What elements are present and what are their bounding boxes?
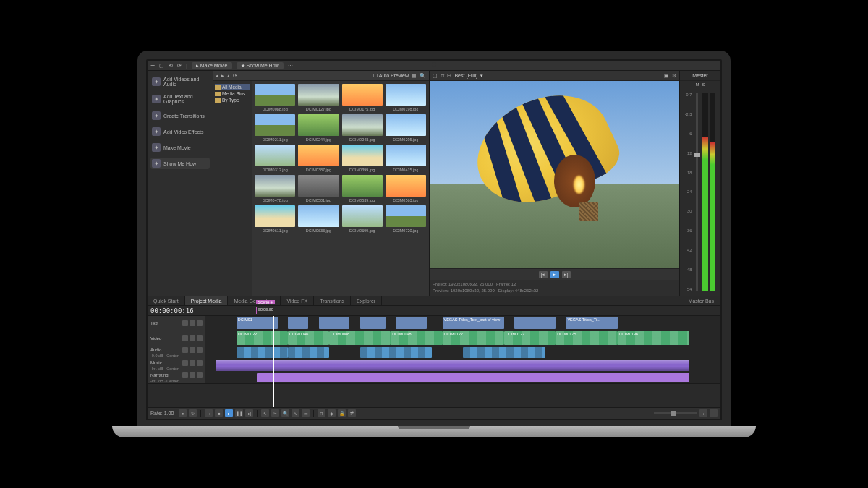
- workspace-tab[interactable]: Quick Start: [148, 296, 185, 305]
- timeline-clip[interactable]: DCIM0127: [504, 331, 556, 345]
- media-thumbnail[interactable]: DCIM0501.jpg: [298, 175, 339, 202]
- timeline-clip[interactable]: [257, 373, 689, 382]
- tool-envelope[interactable]: ∿: [292, 409, 299, 417]
- tool-zoom[interactable]: 🔍: [281, 409, 289, 417]
- track-header[interactable]: Text: [148, 316, 205, 330]
- timeline-clip[interactable]: DCIM0198: [618, 331, 690, 345]
- show-me-how-button[interactable]: ★ Show Me How: [237, 62, 284, 69]
- tree-item[interactable]: Media Bins: [215, 90, 250, 97]
- search-icon[interactable]: 🔍: [420, 73, 426, 79]
- preview-viewport[interactable]: [430, 81, 679, 268]
- timecode-display[interactable]: 00:00:00:16: [150, 307, 194, 314]
- timeline-clip[interactable]: [360, 317, 386, 329]
- track-solo-icon[interactable]: [190, 320, 195, 326]
- menu-icon[interactable]: ⟳: [177, 63, 182, 69]
- refresh-icon[interactable]: ⟳: [233, 73, 237, 79]
- timeline-clip[interactable]: [463, 347, 545, 358]
- make-movie-button[interactable]: ▸ Make Movie: [192, 62, 232, 69]
- track-lane[interactable]: [205, 346, 720, 359]
- menu-icon[interactable]: ☰: [150, 63, 155, 69]
- back-icon[interactable]: ◂: [216, 73, 218, 79]
- tree-item[interactable]: By Type: [215, 97, 250, 103]
- timeline-clip[interactable]: VEGAS Titles_Text_part of view: [443, 317, 504, 329]
- track-lane[interactable]: [205, 359, 720, 372]
- play-button[interactable]: ▸: [550, 271, 559, 278]
- media-thumbnail[interactable]: DCIM0198.jpg: [386, 84, 426, 111]
- media-thumbnail[interactable]: DCIM0539.jpg: [342, 175, 383, 202]
- forward-icon[interactable]: ▸: [221, 73, 224, 79]
- tool-cut[interactable]: ✂: [271, 409, 279, 417]
- media-thumbnail[interactable]: DCIM0312.jpg: [255, 145, 295, 172]
- timeline-clip[interactable]: DCIM0046: [288, 331, 329, 345]
- zoom-in-button[interactable]: +: [699, 409, 707, 417]
- timeline-clip[interactable]: [237, 347, 288, 358]
- track-fx-icon[interactable]: [197, 360, 203, 366]
- timeline-clip[interactable]: [514, 317, 556, 329]
- sidebar-item[interactable]: ✦Show Me How: [150, 158, 210, 169]
- track-solo-icon[interactable]: [190, 347, 195, 353]
- track-solo-icon[interactable]: [190, 360, 195, 366]
- go-end-button[interactable]: ▸|: [245, 409, 253, 417]
- track-fx-icon[interactable]: [197, 320, 203, 326]
- menu-icon[interactable]: ⋯: [288, 63, 293, 69]
- quality-dropdown[interactable]: Best (Full): [454, 73, 477, 78]
- view-icon[interactable]: ▦: [412, 73, 417, 79]
- track-solo-icon[interactable]: [190, 335, 195, 341]
- media-thumbnail[interactable]: DCIM0211.jpg: [255, 114, 295, 142]
- master-bus-tab[interactable]: Master Bus: [683, 296, 720, 305]
- timeline-clip[interactable]: DCIM0098: [391, 331, 442, 345]
- media-thumbnail[interactable]: DCIM0415.jpg: [386, 145, 426, 172]
- ripple-button[interactable]: ⇄: [348, 409, 356, 417]
- sidebar-item[interactable]: ✦Add Text and Graphics: [150, 93, 210, 106]
- menu-icon[interactable]: ▢: [159, 63, 164, 69]
- media-thumbnail[interactable]: DCIM0127.jpg: [298, 84, 339, 111]
- track-mute-icon[interactable]: [182, 335, 188, 341]
- track-fx-icon[interactable]: [197, 335, 203, 341]
- playback-rate[interactable]: Rate: 1.00: [150, 411, 174, 416]
- overlay-icon[interactable]: ▢: [433, 73, 438, 79]
- sidebar-item[interactable]: ✦Create Transitions: [150, 110, 210, 121]
- media-thumbnail[interactable]: DCIM0244.jpg: [298, 114, 339, 142]
- track-mute-icon[interactable]: [182, 320, 188, 326]
- external-monitor-icon[interactable]: ▣: [664, 73, 669, 79]
- workspace-tab[interactable]: Video FX: [281, 296, 314, 305]
- track-lane[interactable]: DCIM01VEGAS Titles_Text_part of viewVEGA…: [205, 316, 720, 330]
- media-thumbnail[interactable]: DCIM0720.jpg: [386, 205, 426, 233]
- tree-item[interactable]: All Media: [215, 84, 250, 90]
- track-fx-icon[interactable]: [197, 372, 203, 378]
- workspace-tab[interactable]: Explorer: [351, 296, 382, 305]
- sidebar-item[interactable]: ✦Add Video Effects: [150, 126, 210, 137]
- track-header[interactable]: Narrating-Inf. dB · Center: [148, 372, 205, 383]
- timeline-clip[interactable]: DCIM0175: [556, 331, 617, 345]
- timeline-clip[interactable]: DCIM0088: [329, 331, 391, 345]
- track-lane[interactable]: [205, 372, 720, 383]
- pause-button[interactable]: ❚❚: [235, 409, 243, 417]
- zoom-out-button[interactable]: −: [710, 409, 718, 417]
- marker-button[interactable]: ◆: [328, 409, 336, 417]
- workspace-tab[interactable]: Project Media: [185, 296, 229, 305]
- menu-icon[interactable]: ⟲: [169, 63, 173, 69]
- mute-button[interactable]: M: [695, 82, 699, 87]
- timeline-marker[interactable]: Scene 4: [256, 307, 257, 314]
- timeline-clip[interactable]: [319, 317, 350, 329]
- tool-arrow[interactable]: ↖: [261, 409, 269, 417]
- auto-preview-toggle[interactable]: ☐ Auto Preview: [373, 73, 409, 79]
- tool-select[interactable]: ▭: [302, 409, 310, 417]
- timeline-clip[interactable]: [216, 360, 689, 371]
- timeline-clip[interactable]: [360, 347, 433, 358]
- chevron-down-icon[interactable]: ▾: [480, 73, 483, 79]
- up-icon[interactable]: ▴: [227, 73, 230, 79]
- media-thumbnail[interactable]: DCIM0563.jpg: [386, 175, 426, 202]
- go-start-button[interactable]: |◂: [205, 409, 213, 417]
- track-mute-icon[interactable]: [182, 347, 188, 353]
- media-thumbnail[interactable]: DCIM0175.jpg: [342, 84, 383, 111]
- timeline-clip[interactable]: [396, 317, 427, 329]
- stop-button[interactable]: ■: [215, 409, 223, 417]
- timeline-clip[interactable]: DCIM0122: [443, 331, 504, 345]
- split-icon[interactable]: ⊟: [447, 73, 451, 79]
- tl-play-button[interactable]: ▸: [225, 409, 233, 417]
- track-solo-icon[interactable]: [190, 372, 195, 378]
- timeline-clip[interactable]: DCIM0022: [237, 331, 288, 345]
- media-thumbnail[interactable]: DCIM0399.jpg: [342, 145, 383, 172]
- media-thumbnail[interactable]: DCIM0699.jpg: [342, 205, 383, 233]
